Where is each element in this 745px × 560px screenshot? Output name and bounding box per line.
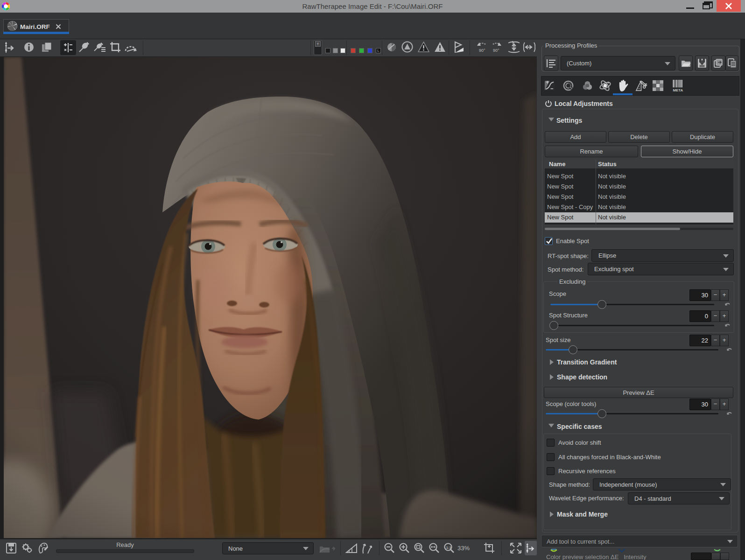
svg-text:1:1: 1:1: [446, 546, 452, 550]
svg-text:META: META: [673, 88, 683, 92]
svg-text:90°: 90°: [493, 48, 499, 53]
svg-text:90°: 90°: [479, 48, 485, 53]
